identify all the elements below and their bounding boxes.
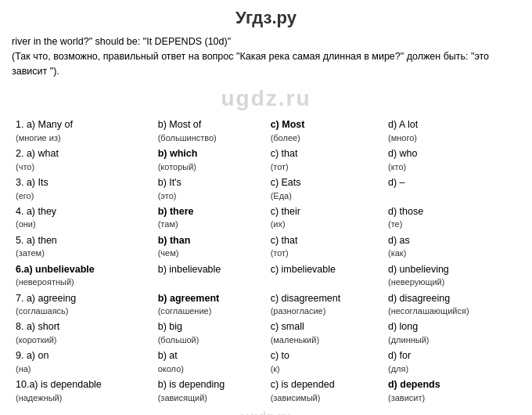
answer-option: 3. a) Its bbox=[16, 177, 49, 188]
answer-option: b) there bbox=[158, 206, 194, 217]
answer-cell: b) Most of(большинство) bbox=[156, 117, 267, 145]
answer-sub: (зависимый) bbox=[271, 392, 382, 404]
answer-sub: около) bbox=[158, 363, 264, 375]
answer-option: 1. a) Many of bbox=[16, 119, 73, 130]
answer-cell: d) A lot(много) bbox=[386, 117, 519, 145]
answer-cell: d) long(длинный) bbox=[386, 319, 519, 347]
answer-cell: b) atоколо) bbox=[156, 348, 267, 376]
answer-cell: 3. a) Its(его) bbox=[13, 175, 154, 203]
answer-sub: (зависящий) bbox=[158, 392, 264, 404]
answer-sub: (много) bbox=[388, 132, 516, 144]
table-row: 2. a) what(что)b) which(который)c) that(… bbox=[13, 146, 519, 174]
answer-option: d) A lot bbox=[388, 119, 418, 130]
answer-cell: b) there(там) bbox=[156, 204, 267, 232]
answer-cell: 2. a) what(что) bbox=[13, 146, 154, 174]
answer-sub: (к) bbox=[271, 363, 382, 375]
answer-sub: (неверующий) bbox=[388, 276, 516, 288]
answer-option: c) to bbox=[271, 350, 289, 361]
answer-option: 8. a) short bbox=[16, 321, 59, 332]
answer-option: b) agreement bbox=[158, 293, 220, 304]
table-row: 10.a) is dependable(надежный)b) is depen… bbox=[13, 377, 519, 405]
intro-line1: river in the world?" should be: "It DEPE… bbox=[12, 36, 231, 47]
answer-option: c) Eats bbox=[271, 177, 301, 188]
answer-cell: c) Eats(Еда) bbox=[268, 175, 384, 203]
answer-sub: (его) bbox=[16, 190, 152, 202]
answer-cell: 4. a) they(они) bbox=[13, 204, 154, 232]
answer-sub: (кто) bbox=[388, 161, 516, 173]
answer-option: b) at bbox=[158, 350, 178, 361]
answer-sub: (это) bbox=[158, 190, 264, 202]
answer-cell: d) disagreeing(несоглашающийся) bbox=[386, 291, 519, 319]
answer-cell: b) is depending(зависящий) bbox=[156, 377, 267, 405]
answer-cell: c) disagreement(разногласие) bbox=[268, 291, 384, 319]
answers-table: 1. a) Many of(многие из)b) Most of(больш… bbox=[12, 116, 520, 406]
table-row: 8. a) short(короткий)b) big(большой)c) s… bbox=[13, 319, 519, 347]
intro-line2: (Так что, возможно, правильный ответ на … bbox=[12, 51, 489, 77]
answer-sub: (соглашаясь) bbox=[16, 305, 152, 317]
answer-sub: (невероятный) bbox=[16, 276, 152, 288]
table-row: 4. a) they(они)b) there(там)c) their(их)… bbox=[13, 204, 519, 232]
answer-cell: c) to(к) bbox=[268, 348, 384, 376]
answer-sub: (разногласие) bbox=[271, 305, 382, 317]
answer-cell: c) is depended(зависимый) bbox=[268, 377, 384, 405]
answer-sub: (маленький) bbox=[271, 334, 382, 346]
answer-option: b) big bbox=[158, 321, 182, 332]
answer-sub: (надежный) bbox=[16, 392, 152, 404]
answer-sub: (чем) bbox=[158, 247, 264, 259]
watermark-1: ugdz.ru bbox=[12, 86, 520, 111]
answer-sub: (они) bbox=[16, 218, 152, 230]
answer-cell: d) depends(зависит) bbox=[386, 377, 519, 405]
answer-cell: 9. a) on(на) bbox=[13, 348, 154, 376]
answer-sub: (их) bbox=[271, 218, 382, 230]
answer-option: d) disagreeing bbox=[388, 293, 450, 304]
answer-cell: 8. a) short(короткий) bbox=[13, 319, 154, 347]
answer-option: 7. a) agreeing bbox=[16, 293, 76, 304]
answer-option: c) their bbox=[271, 206, 300, 217]
answer-sub: (короткий) bbox=[16, 334, 152, 346]
answer-cell: b) which(который) bbox=[156, 146, 267, 174]
answer-sub: (длинный) bbox=[388, 334, 516, 346]
answer-option: d) unbelieving bbox=[388, 264, 449, 275]
answer-sub: (затем) bbox=[16, 247, 152, 259]
answer-option: d) – bbox=[388, 177, 405, 188]
answer-option: d) as bbox=[388, 235, 410, 246]
answer-option: d) those bbox=[388, 206, 423, 217]
answer-cell: d) for(для) bbox=[386, 348, 519, 376]
answer-cell: d) as(как) bbox=[386, 233, 519, 261]
intro-block: river in the world?" should be: "It DEPE… bbox=[12, 34, 520, 78]
answer-option: b) inbelievable bbox=[158, 264, 221, 275]
answer-option: b) It's bbox=[158, 177, 182, 188]
answer-sub: (на) bbox=[16, 363, 152, 375]
answer-sub: (более) bbox=[271, 132, 382, 144]
answer-sub: (большой) bbox=[158, 334, 264, 346]
answer-option: b) Most of bbox=[158, 119, 202, 130]
answer-option: b) than bbox=[158, 235, 191, 246]
answer-sub: (там) bbox=[158, 218, 264, 230]
answer-cell: 7. a) agreeing(соглашаясь) bbox=[13, 291, 154, 319]
answer-sub: (многие из) bbox=[16, 132, 152, 144]
answer-option: c) that bbox=[271, 235, 298, 246]
answer-option: d) depends bbox=[388, 379, 440, 390]
table-row: 7. a) agreeing(соглашаясь)b) agreement(с… bbox=[13, 291, 519, 319]
answer-option: d) for bbox=[388, 350, 411, 361]
answer-sub: (Еда) bbox=[271, 190, 382, 202]
answer-sub: (те) bbox=[388, 218, 516, 230]
site-title: Угдз.ру bbox=[12, 8, 520, 28]
answer-cell: c) that(тот) bbox=[268, 233, 384, 261]
answer-option: 5. a) then bbox=[16, 235, 57, 246]
answer-option: 6.a) unbelievable bbox=[16, 264, 95, 275]
answer-option: b) is depending bbox=[158, 379, 225, 390]
table-row: 5. a) then(затем)b) than(чем)c) that(тот… bbox=[13, 233, 519, 261]
answer-cell: 5. a) then(затем) bbox=[13, 233, 154, 261]
answer-cell: c) Most(более) bbox=[268, 117, 384, 145]
answer-cell: 6.a) unbelievable(невероятный) bbox=[13, 262, 154, 290]
answer-option: 9. a) on bbox=[16, 350, 49, 361]
answer-cell: d) unbelieving(неверующий) bbox=[386, 262, 519, 290]
answer-sub: (для) bbox=[388, 363, 516, 375]
answer-cell: c) small(маленький) bbox=[268, 319, 384, 347]
answer-cell: b) than(чем) bbox=[156, 233, 267, 261]
answer-option: 4. a) they bbox=[16, 206, 56, 217]
answer-option: c) is depended bbox=[271, 379, 335, 390]
table-row: 3. a) Its(его)b) It's(это)c) Eats(Еда)d)… bbox=[13, 175, 519, 203]
answer-sub: (как) bbox=[388, 247, 516, 259]
